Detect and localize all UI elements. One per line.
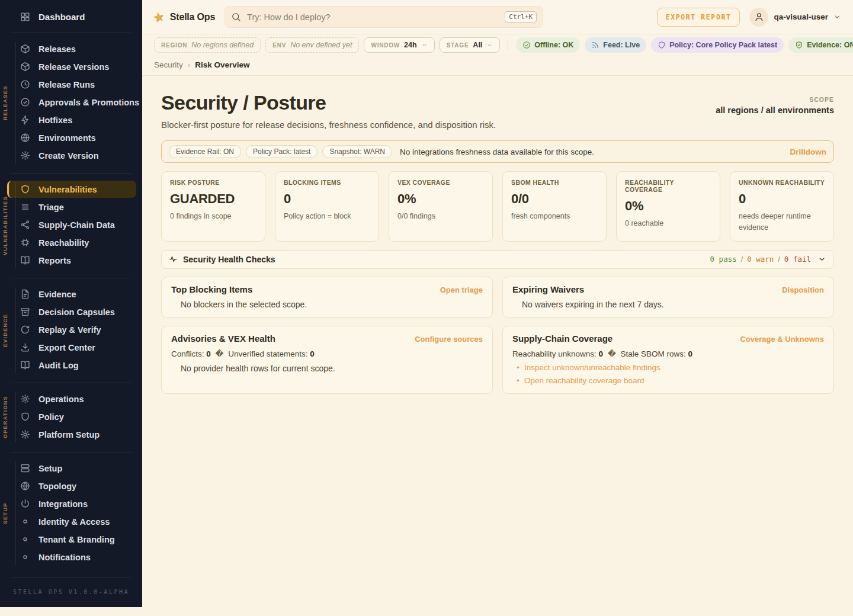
brand: ★ Stella Ops: [153, 10, 215, 24]
cards-row-1: Top Blocking ItemsOpen triageNo blockers…: [161, 277, 834, 318]
filter-region[interactable]: REGIONNo regions defined: [154, 37, 261, 53]
card-action-disposition[interactable]: Disposition: [782, 285, 824, 294]
sidebar-item-label: Hotfixes: [39, 116, 72, 125]
sidebar-item-triage[interactable]: Triage: [0, 198, 136, 216]
card-header: Top Blocking ItemsOpen triage: [171, 284, 483, 294]
sidebar-item-topology[interactable]: Topology: [0, 477, 136, 495]
stat-value: 0: [206, 349, 211, 358]
sidebar-item-operations[interactable]: Operations: [0, 390, 136, 408]
cards-row-2: Advisories & VEX HealthConfigure sources…: [161, 326, 834, 394]
status-pill-policy-core-policy-pack-latest[interactable]: Policy: Core Policy Pack latest: [651, 37, 784, 53]
shield-icon: [20, 184, 30, 194]
sidebar-item-label: Create Version: [39, 151, 99, 161]
chip-icon: [20, 238, 30, 248]
breadcrumb-separator: ›: [188, 60, 191, 69]
check-circle-icon: [522, 41, 531, 49]
sidebar-item-dashboard[interactable]: Dashboard: [0, 8, 136, 25]
sidebar-item-notifications[interactable]: Notifications: [0, 548, 136, 566]
security-health-checks-bar[interactable]: Security Health Checks 0 pass/0 warn/0 f…: [161, 250, 834, 269]
export-report-button[interactable]: EXPORT REPORT: [657, 8, 740, 27]
metric-label: UNKNOWN REACHABILITY: [739, 179, 825, 186]
global-search[interactable]: Ctrl+K: [225, 6, 543, 28]
sidebar-item-label: Audit Log: [39, 361, 79, 370]
sidebar-item-tenant-branding[interactable]: Tenant & Branding: [0, 531, 136, 548]
sidebar-item-replay-verify[interactable]: Replay & Verify: [0, 321, 136, 338]
card-bullet-link-open-reachability-coverage-board[interactable]: Open reachability coverage board: [524, 376, 644, 385]
app-root: Dashboard RELEASESReleasesRelease Versio…: [0, 0, 853, 616]
sidebar-item-decision-capsules[interactable]: Decision Capsules: [0, 303, 136, 320]
status-pill-offline-ok[interactable]: Offline: OK: [516, 37, 580, 53]
metric-value: 0: [739, 191, 825, 207]
card-header: Expiring WaiversDisposition: [512, 284, 824, 294]
gear-icon: [20, 394, 30, 404]
banner-message: No integrations freshness data available…: [400, 147, 594, 156]
sidebar-item-label: Reachability: [39, 238, 89, 248]
filter-value: 24h: [404, 41, 417, 49]
sidebar-item-audit-log[interactable]: Audit Log: [0, 357, 136, 374]
status-pill-evidence-on[interactable]: Evidence: ON: [788, 37, 853, 53]
sidebar-item-vulnerabilities[interactable]: Vulnerabilities: [7, 181, 136, 198]
sidebar-item-releases[interactable]: Releases: [0, 40, 136, 57]
filter-label: REGION: [161, 42, 187, 49]
filter-env[interactable]: ENVNo env defined yet: [265, 37, 359, 53]
metric-label: REACHABILITY COVERAGE: [625, 179, 711, 193]
status-pill-feed-live[interactable]: Feed: Live: [585, 37, 646, 53]
card-empty-text: No blockers in the selected scope.: [171, 300, 483, 309]
gear-icon: [20, 150, 30, 161]
status-pill-label: Feed: Live: [603, 41, 640, 49]
sidebar-item-environments[interactable]: Environments: [0, 129, 136, 146]
breadcrumb-item-security[interactable]: Security: [154, 60, 183, 69]
sidebar-item-hotfixes[interactable]: Hotfixes: [0, 111, 136, 129]
download-icon: [20, 342, 30, 352]
search-input[interactable]: [247, 12, 499, 22]
sidebar-item-create-version[interactable]: Create Version: [0, 147, 136, 164]
sidebar-item-release-versions[interactable]: Release Versions: [0, 58, 136, 75]
drilldown-link[interactable]: Drilldown: [790, 147, 827, 156]
sidebar-item-platform-setup[interactable]: Platform Setup: [0, 426, 136, 443]
sidebar-item-release-runs[interactable]: Release Runs: [0, 76, 136, 93]
card-action-open-triage[interactable]: Open triage: [440, 285, 483, 294]
sidebar-item-evidence[interactable]: Evidence: [0, 285, 136, 303]
sidebar-item-integrations[interactable]: Integrations: [0, 495, 136, 512]
card-bullet-link-inspect-unknown-unreachable-findings[interactable]: Inspect unknown/unreachable findings: [524, 363, 660, 372]
filter-separator: [508, 40, 508, 50]
sidebar-item-setup[interactable]: Setup: [0, 460, 136, 477]
filter-stage[interactable]: STAGEAll: [440, 37, 501, 53]
card-action-coverage-unknowns[interactable]: Coverage & Unknowns: [740, 335, 824, 344]
sidebar-item-policy[interactable]: Policy: [0, 408, 136, 425]
metric-label: VEX COVERAGE: [397, 179, 484, 186]
user-menu[interactable]: qa-visual-user: [749, 8, 841, 27]
sidebar-item-reachability[interactable]: Reachability: [0, 234, 136, 251]
sidebar-section-vulnerabilities: VULNERABILITIESVulnerabilitiesTriageSupp…: [0, 173, 142, 278]
card-links: Inspect unknown/unreachable findingsOpen…: [512, 363, 824, 385]
topbar: ★ Stella Ops Ctrl+K EXPORT REPORT qa-vis…: [142, 0, 853, 34]
dot-icon: [20, 534, 30, 544]
main-column: ★ Stella Ops Ctrl+K EXPORT REPORT qa-vis…: [142, 0, 853, 616]
chevron-down-icon: [486, 42, 493, 49]
page-header-left: Security / Posture Blocker-first posture…: [161, 91, 496, 130]
sidebar-section-rail: [15, 461, 15, 565]
metric-value: 0/0: [511, 191, 598, 207]
sidebar-item-label: Supply-Chain Data: [39, 220, 115, 230]
chevron-down-icon: [421, 42, 428, 49]
sidebar-item-identity-access[interactable]: Identity & Access: [0, 513, 136, 530]
user-icon: [754, 12, 764, 22]
page-subtitle: Blocker-first posture for release decisi…: [161, 120, 496, 130]
sidebar-item-reports[interactable]: Reports: [0, 252, 136, 269]
avatar: [749, 8, 768, 27]
filter-window[interactable]: WINDOW24h: [364, 37, 434, 53]
chevron-down-icon[interactable]: [817, 255, 826, 264]
book-icon: [20, 255, 30, 265]
metric-value: GUARDED: [170, 191, 256, 207]
metric-sub: Policy action = block: [284, 211, 370, 222]
sidebar-item-supply-chain-data[interactable]: Supply-Chain Data: [0, 216, 136, 233]
sidebar-item-export-center[interactable]: Export Center: [0, 339, 136, 356]
sidebar-item-approvals-promotions[interactable]: Approvals & Promotions: [0, 94, 136, 111]
banner-pill-snapshot-warn: Snapshot: WARN: [322, 145, 392, 158]
sidebar-item-label: Replay & Verify: [39, 325, 101, 335]
filter-label: STAGE: [447, 42, 469, 49]
search-shortcut-kbd: Ctrl+K: [505, 11, 537, 23]
sidebar-section-releases: RELEASESReleasesRelease VersionsRelease …: [0, 33, 142, 173]
metric-value: 0%: [625, 198, 711, 214]
card-action-configure-sources[interactable]: Configure sources: [415, 335, 483, 344]
